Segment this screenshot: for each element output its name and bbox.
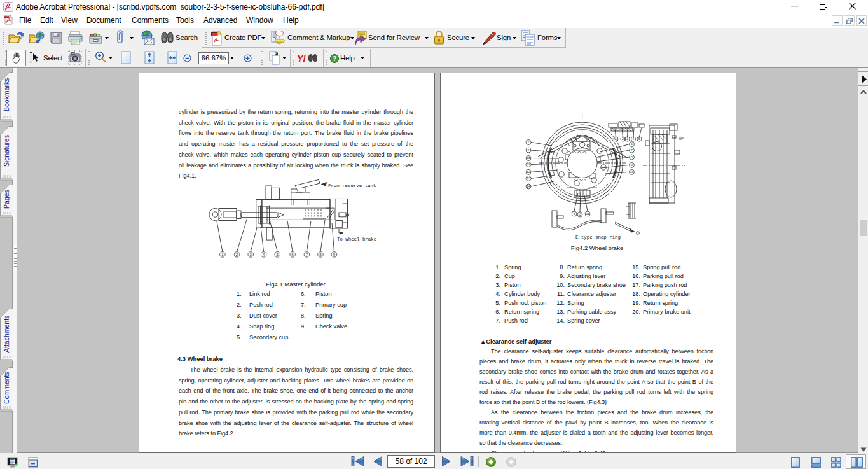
svg-text:8: 8 [319,252,322,256]
svg-text:13: 13 [527,176,530,180]
svg-text:1: 1 [221,252,224,256]
svg-text:7: 7 [306,252,308,256]
svg-text:8: 8 [631,155,633,159]
svg-text:5: 5 [638,137,640,141]
svg-text:2: 2 [236,252,238,256]
svg-text:4: 4 [633,137,635,141]
svg-text:10: 10 [630,170,634,174]
svg-text:8: 8 [574,212,575,216]
svg-text:11: 11 [527,162,530,166]
svg-text:14: 14 [527,185,530,188]
svg-text:3: 3 [528,148,530,152]
svg-text:To wheel brake: To wheel brake [337,237,376,242]
svg-text:3: 3 [626,137,628,141]
svg-text:18: 18 [527,156,530,160]
svg-text:2: 2 [528,140,530,144]
svg-text:E type snap ring: E type snap ring [575,235,621,240]
svg-text:?: ? [333,55,336,62]
svg-text:6: 6 [631,142,633,146]
svg-text:3: 3 [249,252,252,256]
svg-text:1: 1 [615,137,617,141]
svg-text:2: 2 [622,137,624,141]
svg-text:9: 9 [631,163,633,167]
svg-text:From reserve tank: From reserve tank [328,183,376,188]
svg-text:11: 11 [586,212,589,216]
svg-text:12: 12 [578,213,582,216]
svg-text:4: 4 [263,252,265,256]
svg-text:7: 7 [631,148,633,152]
svg-text:12: 12 [527,170,530,174]
svg-text:6: 6 [291,252,294,256]
svg-text:5: 5 [276,252,279,256]
svg-text:9: 9 [333,252,336,256]
